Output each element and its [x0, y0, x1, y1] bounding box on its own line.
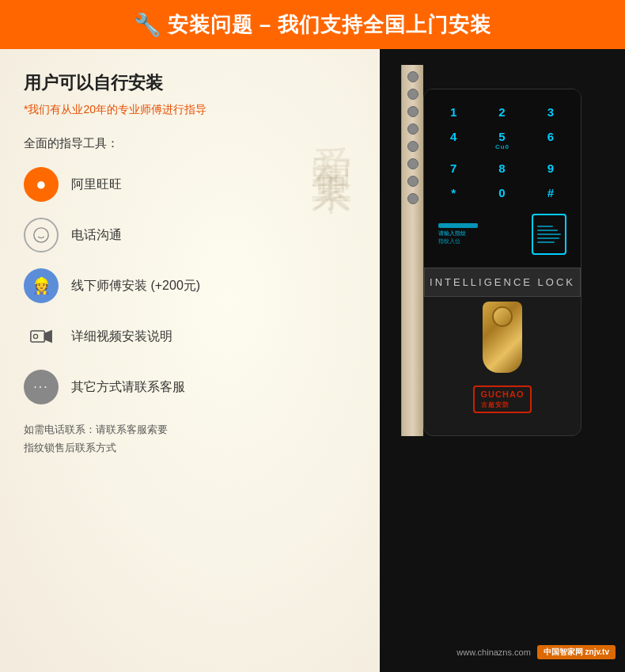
door-button-1: [407, 71, 419, 82]
item-label: 详细视频安装说明: [71, 328, 172, 345]
fp-label: 请输入指纹指纹入位: [438, 230, 478, 245]
fp-area: 请输入指纹指纹入位: [432, 209, 573, 260]
footer-note: 如需电话联系：请联系客服索要 指纹锁售后联系方式: [24, 420, 356, 457]
bottom-watermark: www.chinazns.com 中国智家网 znjv.tv: [456, 645, 616, 659]
left-panel: 爱和宝素果 用户可以自行安装 *我们有从业20年的专业师傅进行指导 全面的指导工…: [0, 49, 380, 672]
watermark-logo: 中国智家网 znjv.tv: [537, 645, 616, 659]
list-item: 👷 线下师傅安装 (+200元): [24, 268, 356, 303]
intel-lock-label: INTELLIGENCE LOCK: [424, 268, 581, 297]
key-7[interactable]: 7: [432, 158, 475, 178]
door-button-6: [407, 158, 419, 169]
door-button-3: [407, 106, 419, 117]
worker-icon: 👷: [24, 268, 59, 303]
svg-point-5: [33, 334, 37, 338]
item-label: 阿里旺旺: [71, 177, 122, 193]
section-title: 用户可以自行安装: [24, 71, 356, 95]
door-handle[interactable]: [483, 302, 522, 373]
features-list: ● 阿里旺旺 电话沟通 👷 线下师傅安装 (+200元): [24, 167, 356, 404]
video-icon: [24, 319, 59, 354]
fp-line: [537, 226, 553, 227]
fp-lines: [537, 226, 561, 243]
key-3[interactable]: 3: [529, 102, 573, 122]
door-button-7: [407, 176, 419, 187]
intel-lock-text: INTELLIGENCE LOCK: [430, 276, 575, 288]
banner-text: 安装问题 – 我们支持全国上门安装: [168, 11, 492, 39]
key-star[interactable]: *: [432, 183, 475, 203]
key-2[interactable]: 2: [480, 102, 524, 122]
item-label: 电话沟通: [71, 227, 122, 244]
svg-marker-4: [44, 331, 51, 342]
door-button-2: [407, 89, 419, 100]
wrench-icon: 🔧: [134, 12, 161, 38]
brand-logo: GUCHAO 古超安防: [473, 385, 532, 413]
wangwang-icon: ●: [24, 167, 59, 202]
right-panel: 1 2 3 4 5Cu0 6 7 8 9 * 0 #: [380, 49, 625, 672]
key-4[interactable]: 4: [432, 127, 475, 154]
tools-label: 全面的指导工具：: [24, 136, 356, 151]
door-strip: [401, 65, 423, 436]
key-hash[interactable]: #: [529, 183, 573, 203]
fp-line: [537, 230, 558, 231]
top-banner: 🔧 安装问题 – 我们支持全国上门安装: [0, 0, 625, 49]
item-label: 其它方式请联系客服: [71, 379, 185, 396]
list-item: 详细视频安装说明: [24, 319, 356, 354]
phone-icon: [24, 218, 59, 252]
fp-line: [537, 237, 559, 239]
door-button-8: [407, 193, 419, 204]
brand-area: GUCHAO 古超安防: [424, 379, 581, 420]
main-content: 爱和宝素果 用户可以自行安装 *我们有从业20年的专业师傅进行指导 全面的指导工…: [0, 49, 625, 672]
svg-point-0: [34, 228, 48, 242]
item-label: 线下师傅安装 (+200元): [71, 278, 200, 294]
more-icon: ···: [24, 370, 59, 404]
list-item: ● 阿里旺旺: [24, 167, 356, 202]
fp-line: [537, 233, 561, 235]
door-button-4: [407, 123, 419, 135]
key-9[interactable]: 9: [529, 158, 573, 178]
lock-wrapper: 1 2 3 4 5Cu0 6 7 8 9 * 0 #: [423, 65, 581, 436]
fp-sensor[interactable]: [532, 214, 566, 255]
handle-area: [424, 302, 581, 373]
keypad-grid: 1 2 3 4 5Cu0 6 7 8 9 * 0 #: [432, 102, 573, 203]
subtitle: *我们有从业20年的专业师傅进行指导: [24, 103, 356, 117]
key-1[interactable]: 1: [432, 102, 475, 122]
watermark-url: www.chinazns.com: [456, 647, 531, 657]
lock-body: 1 2 3 4 5Cu0 6 7 8 9 * 0 #: [423, 89, 581, 436]
door-button-5: [407, 141, 419, 152]
key-6[interactable]: 6: [529, 127, 573, 154]
list-item: 电话沟通: [24, 218, 356, 252]
key-5[interactable]: 5Cu0: [480, 127, 524, 154]
key-0[interactable]: 0: [480, 183, 524, 203]
list-item: ··· 其它方式请联系客服: [24, 370, 356, 404]
keypad-area: 1 2 3 4 5Cu0 6 7 8 9 * 0 #: [424, 89, 581, 268]
fp-line: [537, 241, 555, 243]
key-8[interactable]: 8: [480, 158, 524, 178]
